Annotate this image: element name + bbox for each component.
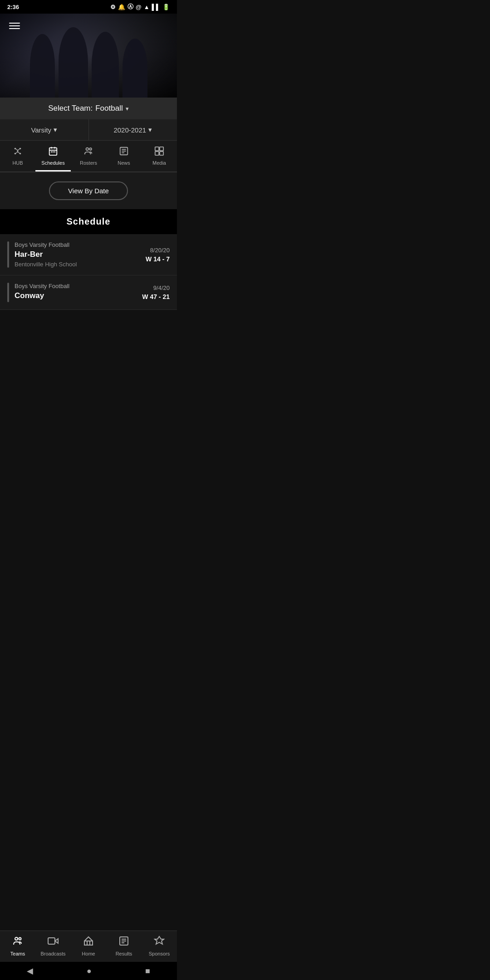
silhouette-1 — [30, 34, 55, 98]
svg-line-6 — [18, 149, 20, 151]
item-opponent-2: Conway — [15, 291, 137, 300]
svg-rect-23 — [160, 147, 163, 151]
settings-icon: ⚙ — [110, 4, 116, 10]
schedule-item-2[interactable]: Boys Varsity Football Conway 9/4/20 W 47… — [0, 275, 177, 310]
media-icon — [154, 146, 164, 158]
hamburger-line-1 — [9, 23, 20, 24]
select-team-label: Select Team: — [48, 104, 93, 113]
view-by-date-label: View By Date — [68, 187, 109, 195]
item-opponent-1: Har-Ber — [15, 250, 140, 259]
wifi-icon: ▲ — [144, 4, 150, 10]
hub-icon — [13, 146, 23, 158]
schedule-title: Schedule — [67, 216, 111, 226]
silhouette-3 — [92, 32, 119, 98]
item-team-2: Boys Varsity Football — [15, 283, 137, 289]
tabs-row: HUB Schedules — [0, 141, 177, 172]
season-chevron: ▾ — [148, 126, 152, 134]
select-team-chevron: ▾ — [126, 105, 129, 112]
item-right-2: 9/4/20 W 47 - 21 — [142, 283, 170, 302]
schedule-list: Boys Varsity Football Har-Ber Bentonvill… — [0, 234, 177, 310]
item-result-2: W 47 - 21 — [142, 293, 170, 300]
item-right-1: 8/20/20 W 14 - 7 — [146, 241, 170, 268]
select-team-bar[interactable]: Select Team: Football ▾ — [0, 98, 177, 119]
view-by-date-section: View By Date — [0, 172, 177, 209]
silhouette-2 — [59, 27, 88, 98]
vpn-icon: Ⓐ — [127, 3, 133, 11]
svg-line-5 — [15, 149, 18, 151]
item-team-1: Boys Varsity Football — [15, 241, 140, 248]
tab-hub-label: HUB — [12, 160, 23, 166]
signal-icon: ▌▌ — [152, 4, 160, 10]
menu-button[interactable] — [5, 19, 24, 33]
svg-rect-24 — [155, 152, 159, 155]
svg-line-7 — [15, 152, 18, 154]
season-filter[interactable]: 2020-2021 ▾ — [89, 119, 177, 140]
news-icon — [119, 146, 129, 158]
item-content-1: Boys Varsity Football Har-Ber Bentonvill… — [15, 241, 140, 268]
item-date-2: 9/4/20 — [142, 284, 170, 291]
item-location-1: Bentonville High School — [15, 261, 140, 268]
select-team-sport: Football — [95, 104, 122, 113]
schedule-header: Schedule — [0, 209, 177, 234]
item-bar-1 — [7, 241, 9, 268]
silhouette-4 — [122, 39, 147, 98]
item-result-1: W 14 - 7 — [146, 255, 170, 263]
svg-point-16 — [86, 148, 89, 151]
svg-rect-25 — [160, 152, 163, 155]
level-chevron: ▾ — [54, 126, 57, 134]
item-bar-2 — [7, 283, 9, 302]
schedules-icon — [48, 146, 58, 158]
svg-rect-22 — [155, 147, 159, 151]
svg-point-17 — [89, 148, 92, 150]
tab-news[interactable]: News — [106, 141, 142, 172]
tab-media[interactable]: Media — [142, 141, 177, 172]
tab-schedules-label: Schedules — [41, 160, 64, 166]
svg-line-8 — [18, 152, 20, 154]
hamburger-line-3 — [9, 28, 20, 29]
tab-news-label: News — [118, 160, 130, 166]
item-date-1: 8/20/20 — [146, 247, 170, 254]
item-content-2: Boys Varsity Football Conway — [15, 283, 137, 302]
battery-icon: 🔋 — [162, 4, 170, 10]
hamburger-line-2 — [9, 25, 20, 26]
tab-rosters-label: Rosters — [80, 160, 97, 166]
view-by-date-button[interactable]: View By Date — [49, 181, 128, 200]
schedule-item-1[interactable]: Boys Varsity Football Har-Ber Bentonvill… — [0, 234, 177, 275]
status-icons: ⚙ 🔔 Ⓐ @ ▲ ▌▌ 🔋 — [110, 3, 170, 11]
status-time: 2:36 — [7, 4, 19, 10]
at-icon: @ — [136, 4, 142, 10]
notification-icon: 🔔 — [118, 4, 125, 10]
select-team-text: Select Team: Football ▾ — [7, 104, 170, 113]
status-bar: 2:36 ⚙ 🔔 Ⓐ @ ▲ ▌▌ 🔋 — [0, 0, 177, 14]
tab-rosters[interactable]: Rosters — [71, 141, 106, 172]
rosters-icon — [83, 146, 93, 158]
level-filter[interactable]: Varsity ▾ — [0, 119, 89, 140]
level-label: Varsity — [31, 126, 51, 134]
hero-silhouettes — [0, 25, 177, 98]
svg-point-0 — [17, 150, 19, 152]
season-label: 2020-2021 — [113, 126, 146, 134]
hero-banner — [0, 14, 177, 98]
tab-schedules[interactable]: Schedules — [35, 141, 71, 172]
time-display: 2:36 — [7, 4, 19, 10]
tab-media-label: Media — [152, 160, 166, 166]
tab-hub[interactable]: HUB — [0, 141, 35, 172]
filter-row: Varsity ▾ 2020-2021 ▾ — [0, 119, 177, 141]
